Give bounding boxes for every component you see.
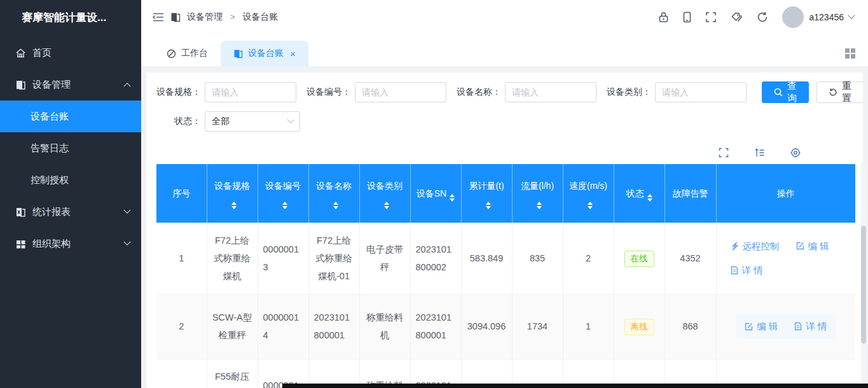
col-total[interactable]: 累计量(t) (461, 164, 512, 223)
thunderbolt-icon (731, 242, 739, 251)
sidebar-item-label: 控制授权 (31, 174, 69, 186)
code-input[interactable] (355, 82, 446, 102)
cell-category: 电子皮带秤 (359, 223, 410, 294)
tags-icon[interactable] (731, 11, 743, 23)
col-code[interactable]: 设备编号 (258, 164, 308, 223)
app-title: 赛摩智能计量设... (0, 0, 141, 36)
col-alarm: 故障告警 (665, 164, 716, 223)
sidebar-item-device-management[interactable]: 设备管理 (0, 69, 141, 100)
tab-device-ledger[interactable]: 设备台账 × (221, 41, 308, 66)
detail-link[interactable]: 详 情 (794, 317, 827, 335)
col-actions: 操作 (716, 164, 855, 223)
sidebar-item-label: 组织架构 (32, 238, 125, 250)
sidebar-item-label: 设备管理 (32, 79, 125, 91)
sort-icon (486, 202, 491, 209)
chevron-down-icon (848, 11, 855, 18)
tab-options-icon[interactable] (845, 48, 855, 59)
filter-label: 设备编号： (307, 87, 351, 98)
cell-code: 00000013 (258, 223, 308, 294)
reset-icon (829, 88, 837, 97)
category-input[interactable] (655, 82, 747, 102)
cell-speed: 2 (563, 223, 614, 294)
username: a123456 (809, 12, 844, 22)
sidebar-item-report[interactable]: 统计报表 (0, 196, 141, 228)
table-header-row: 序号 设备规格 设备编号 设备名称 设备类别 设备SN 累计量(t) 流量(l/… (156, 164, 855, 223)
col-name[interactable]: 设备名称 (308, 164, 359, 223)
close-icon[interactable]: × (290, 48, 296, 59)
device-icon (15, 80, 26, 90)
table-row: 1 F72上给式称重给煤机 00000013 F72上给式称重给煤机-01 电子… (156, 223, 855, 294)
status-select-value: 全部 (212, 116, 230, 127)
sidebar-item-organization[interactable]: 组织架构 (0, 228, 141, 260)
fullscreen-icon[interactable] (705, 11, 717, 23)
sidebar-item-alarm-log[interactable]: 告警日志 (0, 132, 141, 164)
scrollbar-thumb[interactable] (861, 226, 866, 343)
search-button[interactable]: 查 询 (762, 81, 809, 103)
device-table: 序号 设备规格 设备编号 设备名称 设备类别 设备SN 累计量(t) 流量(l/… (156, 164, 855, 388)
sort-icon (450, 194, 455, 202)
edit-link[interactable]: 编 辑 (745, 317, 778, 335)
tab-workbench[interactable]: 工作台 (154, 41, 221, 66)
workbench-icon (167, 49, 176, 59)
reset-button[interactable]: 重 置 (816, 81, 863, 103)
tab-label: 设备台账 (248, 48, 284, 59)
tabbar: 工作台 设备台账 × (141, 34, 868, 67)
col-status[interactable]: 状态 (614, 164, 665, 223)
sort-icon (647, 194, 652, 202)
cell-actions: 远程控制 编 辑 详 情 (716, 223, 855, 294)
user-menu[interactable]: a123456 (782, 6, 854, 28)
cell-spec: F72上给式称重给煤机 (207, 223, 258, 294)
topbar: 设备管理 > 设备台账 (141, 0, 868, 34)
table-fullscreen-icon[interactable] (719, 148, 729, 158)
avatar[interactable] (782, 6, 804, 28)
refresh-icon[interactable] (757, 11, 768, 23)
filter-label: 状态： (174, 116, 201, 127)
col-category[interactable]: 设备类别 (359, 164, 410, 223)
scrollbar-track[interactable] (861, 162, 866, 382)
chevron-down-icon (123, 239, 130, 246)
spec-input[interactable] (205, 82, 296, 102)
report-icon (15, 207, 26, 218)
name-input[interactable] (505, 82, 596, 102)
table-settings-icon[interactable] (790, 148, 801, 158)
sort-icon (588, 202, 593, 209)
breadcrumb-section[interactable]: 设备管理 (187, 11, 223, 23)
cell-status: 在线 (614, 223, 665, 294)
sidebar: 赛摩智能计量设... 首页 设备管理 设备台账 告警日志 (0, 0, 141, 388)
cell-spec: F55耐压式称重给煤机 (207, 359, 258, 388)
breadcrumb-page: 设备台账 (243, 11, 279, 23)
sidebar-item-home[interactable]: 首页 (0, 37, 141, 69)
detail-link[interactable]: 详 情 (731, 261, 763, 279)
col-spec[interactable]: 设备规格 (207, 164, 258, 223)
cell-spec: SCW-A型检重秤 (207, 294, 258, 359)
cell-status: 离线 (614, 294, 665, 359)
sidebar-item-control-auth[interactable]: 控制授权 (0, 164, 141, 196)
cell-name: 2023101800001 (308, 294, 359, 359)
mobile-icon[interactable] (683, 11, 691, 23)
remote-control-link[interactable]: 远程控制 (731, 237, 780, 255)
filter-label: 设备类别： (607, 87, 651, 98)
device-ledger-card: 设备规格： 设备编号： 设备名称： 设备类别： (146, 73, 863, 388)
taskbar-edge (282, 384, 868, 388)
lock-icon[interactable] (658, 11, 669, 23)
cell-index: 1 (156, 223, 207, 294)
cell-alarm: 4352 (665, 223, 716, 294)
col-flow[interactable]: 流量(l/h) (512, 164, 563, 223)
chevron-down-icon (287, 116, 294, 123)
cell-code: 00000014 (258, 294, 308, 359)
col-speed[interactable]: 速度(m/s) (563, 164, 614, 223)
search-icon (774, 88, 783, 97)
edit-link[interactable]: 编 辑 (796, 237, 829, 255)
sidebar-item-device-ledger[interactable]: 设备台账 (0, 100, 141, 132)
menu-fold-icon[interactable] (153, 12, 164, 22)
breadcrumb-separator: > (230, 12, 235, 22)
cell-sn: 2023101800001 (410, 294, 461, 359)
filter-code: 设备编号： (307, 82, 446, 102)
table-density-icon[interactable] (754, 148, 765, 158)
col-sn[interactable]: 设备SN (410, 164, 461, 223)
status-select[interactable]: 全部 (205, 111, 300, 132)
table-toolbar (156, 140, 853, 164)
cell-speed: 1 (563, 294, 614, 359)
chevron-down-icon (123, 207, 130, 214)
cell-total: 583.849 (461, 223, 512, 294)
